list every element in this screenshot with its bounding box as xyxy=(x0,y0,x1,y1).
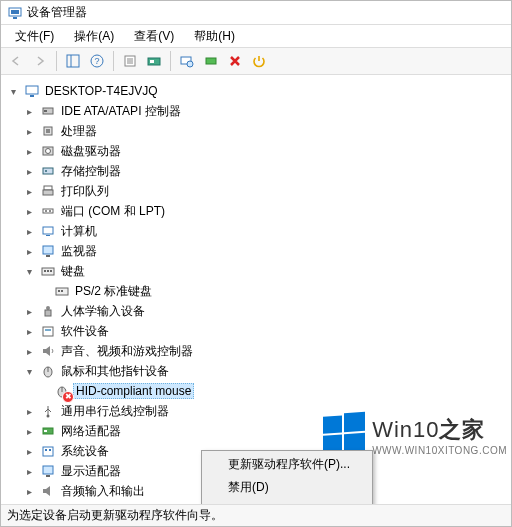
tree-node-software[interactable]: ▸软件设备 xyxy=(5,321,507,341)
toolbar-separator xyxy=(170,51,171,71)
disable-button[interactable] xyxy=(248,50,270,72)
update-driver-button[interactable] xyxy=(143,50,165,72)
svg-rect-24 xyxy=(43,168,53,174)
window-title: 设备管理器 xyxy=(27,4,87,21)
tree-node-keyboard-child[interactable]: PS/2 标准键盘 xyxy=(5,281,507,301)
tree-node-hid[interactable]: ▸人体学输入设备 xyxy=(5,301,507,321)
uninstall-button[interactable] xyxy=(224,50,246,72)
port-icon xyxy=(40,203,56,219)
tree-node-mouse[interactable]: ▾鼠标和其他指针设备 xyxy=(5,361,507,381)
tree-node-computer[interactable]: ▸计算机 xyxy=(5,221,507,241)
tree-node-cpu[interactable]: ▸处理器 xyxy=(5,121,507,141)
expander-icon[interactable]: ▸ xyxy=(23,405,35,417)
usb-icon xyxy=(40,403,56,419)
monitor-icon xyxy=(40,243,56,259)
svg-rect-45 xyxy=(45,329,51,331)
svg-rect-57 xyxy=(46,475,50,477)
tree-node-print[interactable]: ▸打印队列 xyxy=(5,181,507,201)
svg-rect-33 xyxy=(43,246,53,254)
node-label: 系统设备 xyxy=(59,443,111,460)
node-label: 人体学输入设备 xyxy=(59,303,147,320)
tree-node-usb[interactable]: ▸通用串行总线控制器 xyxy=(5,401,507,421)
computer-icon xyxy=(24,83,40,99)
expander-icon[interactable]: ▸ xyxy=(23,325,35,337)
svg-rect-17 xyxy=(30,95,34,97)
menubar: 文件(F) 操作(A) 查看(V) 帮助(H) xyxy=(1,25,511,47)
expander-icon[interactable]: ▸ xyxy=(23,165,35,177)
ctx-update-driver[interactable]: 更新驱动程序软件(P)... xyxy=(204,453,370,476)
svg-rect-28 xyxy=(43,209,53,213)
display-icon xyxy=(40,463,56,479)
nav-forward-button[interactable] xyxy=(29,50,51,72)
context-menu: 更新驱动程序软件(P)... 禁用(D) 卸载(U) 扫描检测硬件改动(A) 属… xyxy=(201,450,373,504)
svg-rect-41 xyxy=(61,290,63,292)
expander-icon[interactable]: ▸ xyxy=(23,345,35,357)
ctx-uninstall[interactable]: 卸载(U) xyxy=(204,499,370,504)
tree-node-ide[interactable]: ▸IDE ATA/ATAPI 控制器 xyxy=(5,101,507,121)
expander-icon[interactable]: ▸ xyxy=(23,145,35,157)
svg-rect-37 xyxy=(47,270,49,272)
node-label: 软件设备 xyxy=(59,323,111,340)
menu-help[interactable]: 帮助(H) xyxy=(184,26,245,47)
svg-rect-43 xyxy=(45,310,51,316)
svg-point-23 xyxy=(46,149,51,154)
tree-node-sound[interactable]: ▸声音、视频和游戏控制器 xyxy=(5,341,507,361)
storage-icon xyxy=(40,163,56,179)
expander-icon[interactable]: ▸ xyxy=(23,425,35,437)
device-manager-window: 设备管理器 文件(F) 操作(A) 查看(V) 帮助(H) ? xyxy=(0,0,512,527)
node-label: 鼠标和其他指针设备 xyxy=(59,363,171,380)
tree-node-network[interactable]: ▸网络适配器 xyxy=(5,421,507,441)
nav-back-button[interactable] xyxy=(5,50,27,72)
svg-rect-26 xyxy=(44,186,52,190)
statusbar: 为选定设备启动更新驱动程序软件向导。 xyxy=(1,504,511,526)
show-hide-tree-button[interactable] xyxy=(62,50,84,72)
expander-icon[interactable]: ▸ xyxy=(23,185,35,197)
keyboard-icon xyxy=(40,263,56,279)
expander-icon[interactable]: ▸ xyxy=(23,105,35,117)
svg-rect-27 xyxy=(43,190,53,195)
scan-hardware-button[interactable] xyxy=(176,50,198,72)
node-label: PS/2 标准键盘 xyxy=(73,283,154,300)
expander-icon[interactable]: ▸ xyxy=(23,445,35,457)
node-label: HID-compliant mouse xyxy=(73,383,194,399)
ctx-disable[interactable]: 禁用(D) xyxy=(204,476,370,499)
menu-file[interactable]: 文件(F) xyxy=(5,26,64,47)
hid-icon xyxy=(40,303,56,319)
expander-icon[interactable]: ▸ xyxy=(23,465,35,477)
svg-rect-34 xyxy=(46,255,50,257)
svg-point-30 xyxy=(49,210,51,212)
expander-icon[interactable]: ▾ xyxy=(23,365,35,377)
expander-icon[interactable]: ▾ xyxy=(23,265,35,277)
node-label: 网络适配器 xyxy=(59,423,123,440)
tree-node-disk[interactable]: ▸磁盘驱动器 xyxy=(5,141,507,161)
node-label: 键盘 xyxy=(59,263,87,280)
svg-rect-56 xyxy=(43,466,53,474)
svg-rect-53 xyxy=(43,447,53,456)
expander-icon[interactable]: ▸ xyxy=(23,245,35,257)
expander-icon[interactable]: ▸ xyxy=(23,305,35,317)
expander-icon[interactable]: ▾ xyxy=(7,85,19,97)
menu-view[interactable]: 查看(V) xyxy=(124,26,184,47)
expander-icon[interactable]: ▸ xyxy=(23,205,35,217)
device-tree[interactable]: ▾ DESKTOP-T4EJVJQ ▸IDE ATA/ATAPI 控制器 ▸处理… xyxy=(1,75,511,504)
status-text: 为选定设备启动更新驱动程序软件向导。 xyxy=(7,507,223,524)
help-button[interactable]: ? xyxy=(86,50,108,72)
disk-icon xyxy=(40,143,56,159)
tree-node-monitor[interactable]: ▸监视器 xyxy=(5,241,507,261)
svg-text:?: ? xyxy=(94,56,99,66)
expander-icon[interactable]: ▸ xyxy=(23,125,35,137)
expander-icon[interactable]: ▸ xyxy=(23,225,35,237)
expander-icon[interactable]: ▸ xyxy=(23,485,35,497)
svg-rect-3 xyxy=(67,55,79,67)
printer-icon xyxy=(40,183,56,199)
tree-node-ports[interactable]: ▸端口 (COM 和 LPT) xyxy=(5,201,507,221)
properties-button[interactable] xyxy=(119,50,141,72)
enable-button[interactable] xyxy=(200,50,222,72)
menu-action[interactable]: 操作(A) xyxy=(64,26,124,47)
tree-node-mouse-child[interactable]: HID-compliant mouse xyxy=(5,381,507,401)
node-label: DESKTOP-T4EJVJQ xyxy=(43,84,159,98)
tree-root[interactable]: ▾ DESKTOP-T4EJVJQ xyxy=(5,81,507,101)
svg-rect-40 xyxy=(58,290,60,292)
tree-node-storage[interactable]: ▸存储控制器 xyxy=(5,161,507,181)
tree-node-keyboard[interactable]: ▾键盘 xyxy=(5,261,507,281)
